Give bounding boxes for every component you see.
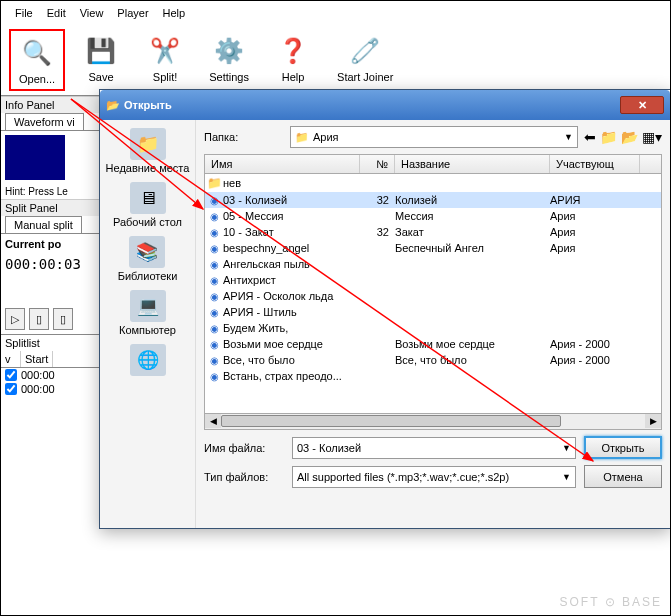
save-icon: 💾	[83, 33, 119, 69]
tab-manual-split[interactable]: Manual split	[5, 216, 82, 233]
folder-combo[interactable]: 📁 Ария ▼	[290, 126, 578, 148]
file-item[interactable]: ◉ Антихрист	[205, 272, 661, 288]
col-name[interactable]: Имя	[205, 155, 360, 173]
split-button[interactable]: ✂️ Split!	[137, 29, 193, 91]
dialog-title: Открыть	[120, 99, 620, 111]
open-button[interactable]: 🔍 Open...	[9, 29, 65, 91]
file-num: 32	[360, 194, 395, 206]
filetype-combo[interactable]: All supported files (*.mp3;*.wav;*.cue;*…	[292, 466, 576, 488]
menubar: File Edit View Player Help	[1, 1, 670, 25]
audio-file-icon: ◉	[205, 275, 223, 286]
split-check[interactable]	[5, 369, 17, 381]
toolbar: 🔍 Open... 💾 Save ✂️ Split! ⚙️ Settings ❓…	[1, 25, 670, 96]
h-scrollbar[interactable]: ◀ ▶	[204, 414, 662, 430]
scroll-thumb[interactable]	[221, 415, 561, 427]
file-name: нев	[223, 177, 360, 189]
file-item[interactable]: ◉ АРИЯ - Штиль	[205, 304, 661, 320]
file-item[interactable]: ◉ Возьми мое сердце Возьми мое сердце Ар…	[205, 336, 661, 352]
help-button[interactable]: ❓ Help	[265, 29, 321, 91]
joiner-button[interactable]: 🧷 Start Joiner	[329, 29, 401, 91]
col-v: v	[1, 351, 21, 367]
file-item[interactable]: ◉ Ангельская пыль	[205, 256, 661, 272]
new-folder-button[interactable]: 📂	[621, 129, 638, 145]
filename-value: 03 - Колизей	[297, 442, 361, 454]
cancel-button[interactable]: Отмена	[584, 465, 662, 488]
menu-edit[interactable]: Edit	[41, 5, 72, 21]
split-time: 000:00	[21, 383, 55, 395]
close-icon: ✕	[638, 99, 647, 112]
folder-name: Ария	[313, 131, 339, 143]
sidebar-label: Библиотеки	[118, 270, 178, 282]
col-start: Start	[21, 351, 53, 367]
sidebar-item[interactable]: 🌐	[130, 344, 166, 378]
sidebar-item[interactable]: 📚Библиотеки	[118, 236, 178, 282]
audio-file-icon: ◉	[205, 355, 223, 366]
file-item[interactable]: ◉ 10 - Закат 32 Закат Ария	[205, 224, 661, 240]
file-list-header[interactable]: Имя № Название Участвующ	[204, 154, 662, 174]
help-icon: ❓	[275, 33, 311, 69]
sidebar-icon: 💻	[130, 290, 166, 322]
audio-file-icon: ◉	[205, 323, 223, 334]
audio-file-icon: ◉	[205, 195, 223, 206]
file-name: АРИЯ - Осколок льда	[223, 290, 360, 302]
settings-label: Settings	[209, 71, 249, 83]
file-item[interactable]: ◉ bespechny_angel Беспечный Ангел Ария	[205, 240, 661, 256]
ff-button[interactable]: ▯	[53, 308, 73, 330]
menu-player[interactable]: Player	[111, 5, 154, 21]
sidebar-item[interactable]: 💻Компьютер	[119, 290, 176, 336]
menu-help[interactable]: Help	[157, 5, 192, 21]
file-name: 03 - Колизей	[223, 194, 360, 206]
filename-input[interactable]: 03 - Колизей ▼	[292, 437, 576, 459]
folder-item[interactable]: 📁 нев	[205, 174, 661, 192]
file-artist: Ария	[550, 226, 640, 238]
col-artist[interactable]: Участвующ	[550, 155, 640, 173]
file-item[interactable]: ◉ Встань, страх преодо...	[205, 368, 661, 384]
file-artist: Ария - 2000	[550, 354, 640, 366]
file-title: Все, что было	[395, 354, 550, 366]
chevron-down-icon: ▼	[564, 132, 573, 142]
col-num[interactable]: №	[360, 155, 395, 173]
dialog-titlebar[interactable]: 📂 Открыть ✕	[100, 90, 670, 120]
next-button[interactable]: ▯	[29, 308, 49, 330]
view-button[interactable]: ▦▾	[642, 129, 662, 145]
settings-button[interactable]: ⚙️ Settings	[201, 29, 257, 91]
split-check[interactable]	[5, 383, 17, 395]
file-title: Мессия	[395, 210, 550, 222]
folder-icon: 📁	[205, 176, 223, 190]
file-item[interactable]: ◉ 05 - Мессия Мессия Ария	[205, 208, 661, 224]
up-button[interactable]: 📁	[600, 129, 617, 145]
split-time: 000:00	[21, 369, 55, 381]
scroll-right-button[interactable]: ▶	[645, 414, 661, 428]
audio-file-icon: ◉	[205, 211, 223, 222]
file-name: Будем Жить,	[223, 322, 360, 334]
col-title[interactable]: Название	[395, 155, 550, 173]
audio-file-icon: ◉	[205, 243, 223, 254]
file-name: Ангельская пыль	[223, 258, 360, 270]
sidebar-label: Недавние места	[106, 162, 190, 174]
file-item[interactable]: ◉ 03 - Колизей 32 Колизей АРИЯ	[205, 192, 661, 208]
sidebar-item[interactable]: 🖥Рабочий стол	[113, 182, 182, 228]
sidebar-item[interactable]: 📁Недавние места	[106, 128, 190, 174]
file-num: 32	[360, 226, 395, 238]
places-sidebar: 📁Недавние места🖥Рабочий стол📚Библиотеки💻…	[100, 120, 196, 528]
file-item[interactable]: ◉ АРИЯ - Осколок льда	[205, 288, 661, 304]
open-confirm-button[interactable]: Открыть	[584, 436, 662, 459]
audio-file-icon: ◉	[205, 307, 223, 318]
tab-waveform[interactable]: Waveform vi	[5, 113, 84, 130]
chevron-down-icon: ▼	[562, 443, 571, 453]
menu-view[interactable]: View	[74, 5, 110, 21]
back-button[interactable]: ⬅	[584, 129, 596, 145]
play-button[interactable]: ▷	[5, 308, 25, 330]
file-item[interactable]: ◉ Будем Жить,	[205, 320, 661, 336]
scroll-left-button[interactable]: ◀	[205, 414, 221, 428]
file-list[interactable]: 📁 нев ◉ 03 - Колизей 32 Колизей АРИЯ◉ 05…	[204, 174, 662, 414]
filetype-label: Тип файлов:	[204, 471, 284, 483]
file-item[interactable]: ◉ Все, что было Все, что было Ария - 200…	[205, 352, 661, 368]
close-button[interactable]: ✕	[620, 96, 664, 114]
file-title: Колизей	[395, 194, 550, 206]
menu-file[interactable]: File	[9, 5, 39, 21]
audio-file-icon: ◉	[205, 227, 223, 238]
save-button[interactable]: 💾 Save	[73, 29, 129, 91]
folder-icon: 📂	[106, 99, 120, 112]
file-name: Все, что было	[223, 354, 360, 366]
